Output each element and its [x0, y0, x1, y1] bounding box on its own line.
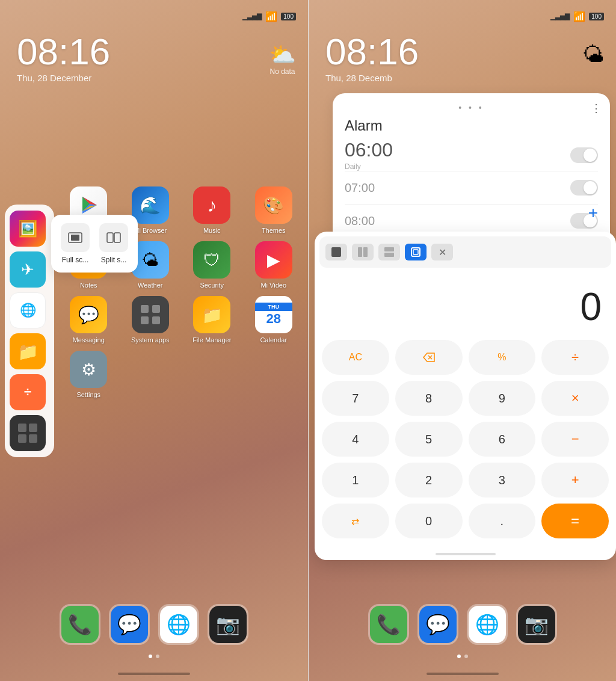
weather-icon: ⛅ [269, 42, 296, 67]
alarm-row-2: 07:00 [345, 171, 598, 204]
alarm-title: Alarm [345, 117, 598, 134]
calc-0[interactable]: 0 [395, 504, 463, 538]
calendar-label: Calendar [260, 336, 287, 344]
sidebar-folder[interactable]: 📁 [10, 333, 46, 369]
calc-dot[interactable]: . [469, 504, 536, 538]
calc-4[interactable]: 4 [322, 422, 389, 457]
left-weather-widget: ⛅ No data [269, 42, 296, 76]
tb-floating-btn[interactable] [405, 244, 427, 260]
app-music[interactable]: ♪ Music [183, 186, 241, 234]
app-calendar[interactable]: THU 28 Calendar [245, 296, 303, 344]
calc-toolbar: ✕ [319, 236, 611, 268]
alarm-toggle-2[interactable] [570, 180, 598, 196]
app-security[interactable]: 🛡 Security [183, 241, 241, 289]
app-settings-left[interactable]: ⚙ Settings [60, 351, 117, 398]
calc-plus[interactable]: + [541, 463, 609, 498]
calc-backspace[interactable] [395, 340, 463, 375]
add-alarm-button[interactable]: + [588, 203, 598, 223]
fullscreen-label: Full sc... [62, 256, 89, 264]
tb-close-btn[interactable]: ✕ [431, 244, 453, 260]
left-clock-area: 08:16 Thu, 28 December [17, 33, 110, 83]
dock-messages-left[interactable]: 💬 [109, 604, 150, 645]
calc-5[interactable]: 5 [395, 422, 463, 457]
settings-left-label: Settings [76, 391, 100, 398]
left-time: 08:16 [17, 33, 110, 70]
dock-camera-right[interactable]: 📷 [516, 604, 557, 645]
splitscreen-label: Split s... [101, 256, 127, 264]
app-messaging-left[interactable]: 💬 Messaging [60, 296, 117, 344]
sidebar-systemapps[interactable] [10, 415, 46, 451]
calc-7[interactable]: 7 [322, 381, 389, 416]
app-filemanager[interactable]: 📁 File Manager [183, 296, 241, 344]
alarm-card: • • • ⋮ Alarm 06:00 Daily 07:00 08:00 + [333, 93, 610, 247]
dock-phone-left[interactable]: 📞 [60, 604, 100, 645]
fullscreen-option[interactable]: Full sc... [61, 223, 90, 264]
toggle-knob-1 [584, 149, 597, 162]
app-systemapps[interactable]: System apps [122, 296, 179, 344]
dot-1 [149, 655, 152, 658]
calc-9[interactable]: 9 [469, 381, 536, 416]
app-themes[interactable]: 🎨 Themes [245, 186, 303, 234]
calc-divide[interactable]: ÷ [541, 340, 609, 375]
svg-rect-6 [18, 434, 26, 443]
calc-home-bar [436, 553, 496, 555]
dock-phone-right[interactable]: 📞 [368, 604, 409, 645]
calc-2[interactable]: 2 [395, 463, 463, 498]
svg-rect-4 [18, 424, 26, 432]
left-phone-panel: ▁▃▅▇ 📶 100 08:16 Thu, 28 December ⛅ No d… [0, 0, 308, 681]
calc-multiply[interactable]: × [541, 381, 609, 416]
right-weather-widget: 🌤 [582, 42, 604, 67]
right-clock-area: 08:16 Thu, 28 Decemb [325, 33, 419, 83]
filemanager-label: File Manager [192, 336, 231, 344]
settings-icon-left: ⚙ [70, 351, 107, 388]
splitscreen-option[interactable]: Split s... [99, 223, 128, 264]
calc-ac[interactable]: AC [322, 340, 389, 375]
app-mivideo[interactable]: ▶ Mi Video [245, 241, 303, 289]
alarm-time-2: 07:00 [345, 181, 375, 195]
systemapps-icon [132, 296, 169, 333]
sidebar-chrome[interactable]: 🌐 [10, 292, 46, 328]
sidebar-telegram[interactable]: ✈ [10, 251, 46, 288]
sidebar-calc[interactable]: ÷ [10, 374, 46, 410]
context-menu[interactable]: Full sc... Split s... [51, 215, 138, 273]
calc-convert[interactable]: ⇄ [322, 504, 389, 538]
svg-rect-16 [331, 247, 341, 257]
calc-minus[interactable]: − [541, 422, 609, 457]
security-label: Security [200, 282, 224, 289]
left-dock: 📞 💬 🌐 📷 [60, 604, 248, 645]
svg-rect-19 [384, 247, 394, 251]
dock-chrome-right[interactable]: 🌐 [467, 604, 508, 645]
svg-rect-13 [152, 305, 160, 313]
wifi-icon: 📶 [265, 11, 277, 22]
toggle-knob-2 [584, 181, 597, 194]
systemapps-label: System apps [131, 336, 170, 344]
svg-rect-17 [358, 247, 362, 257]
alarm-subtitle-1: Daily [345, 162, 393, 171]
tb-fullscreen-btn[interactable] [325, 244, 347, 260]
sidebar-photos[interactable]: 🖼️ [10, 211, 46, 247]
weather-label: Weather [138, 282, 162, 289]
svg-rect-14 [141, 316, 149, 324]
alarm-toggle-1[interactable] [570, 147, 598, 163]
tb-split2-btn[interactable] [378, 244, 400, 260]
right-home-indicator [427, 673, 499, 675]
tb-split1-btn[interactable] [352, 244, 374, 260]
svg-rect-2 [107, 233, 113, 242]
dock-messages-right[interactable]: 💬 [417, 604, 458, 645]
alarm-menu-button[interactable]: ⋮ [591, 102, 602, 115]
alarm-time-row-1: 06:00 Daily [345, 139, 598, 171]
calc-8[interactable]: 8 [395, 381, 463, 416]
dock-chrome-left[interactable]: 🌐 [158, 604, 199, 645]
dock-camera-left[interactable]: 📷 [208, 604, 248, 645]
calc-percent[interactable]: % [469, 340, 536, 375]
right-time: 08:16 [325, 33, 419, 70]
filemanager-icon: 📁 [193, 296, 230, 333]
calc-1[interactable]: 1 [322, 463, 389, 498]
left-status-bar: ▁▃▅▇ 📶 100 [0, 11, 308, 22]
calc-equals[interactable]: = [541, 504, 609, 538]
alarm-time-1: 06:00 [345, 139, 393, 161]
calc-6[interactable]: 6 [469, 422, 536, 457]
right-phone-panel: ▁▃▅▇ 📶 100 08:16 Thu, 28 Decemb 🌤 • • • … [308, 0, 616, 681]
splitscreen-icon [99, 223, 128, 252]
calc-3[interactable]: 3 [469, 463, 536, 498]
